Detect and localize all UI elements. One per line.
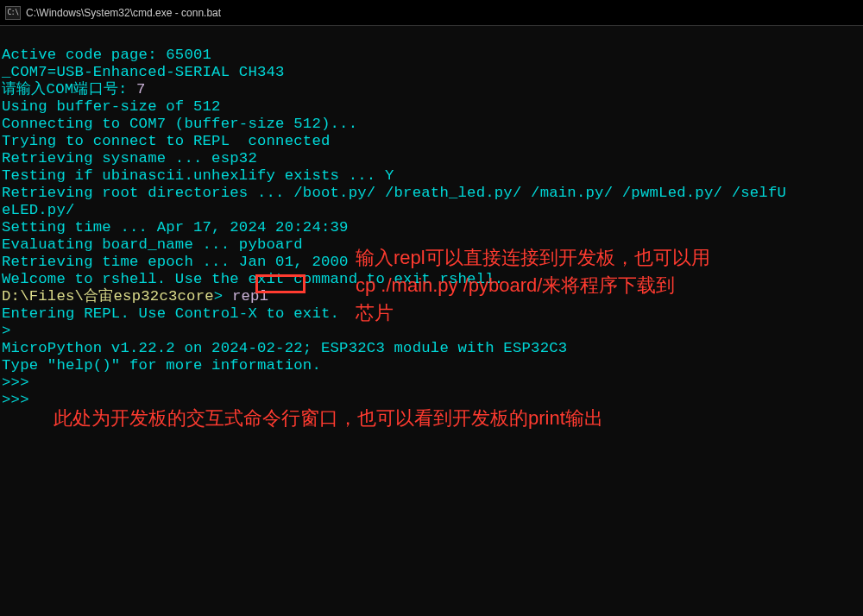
terminal-output: Active code page: 65001 _COM7=USB-Enhanc… [0,26,863,412]
cmd-icon: C:\ [5,6,21,20]
line: Entering REPL. Use Control-X to exit. [2,305,339,322]
line: Connecting to COM7 (buffer-size 512)... [2,116,357,132]
user-command: repl [232,288,268,305]
line: Retrieving time epoch ... Jan 01, 2000 [2,254,349,270]
line: Using buffer-size of 512 [2,98,221,115]
line: Setting time ... Apr 17, 2024 20:24:39 [2,219,349,236]
line: Active code page: 65001 [2,47,211,63]
prompt-gt: > [214,288,232,305]
annotation-line: 输入repl可以直接连接到开发板，也可以用 [356,245,710,271]
line: eLED.py/ [2,202,75,218]
user-input: 7 [136,81,146,97]
window-titlebar[interactable]: C:\ C:\Windows\System32\cmd.exe - conn.b… [0,0,863,26]
line: _COM7=USB-Enhanced-SERIAL CH343 [2,64,285,80]
repl-prompt: >>> [2,392,29,408]
line: MicroPython v1.22.2 on 2024-02-22; ESP32… [2,340,567,356]
line: 请输入COM端口号: [2,81,136,97]
repl-prompt: >>> [2,374,29,391]
line: Trying to connect to REPL connected [2,133,331,149]
line: Testing if ubinascii.unhexlify exists ..… [2,167,394,184]
annotation-line: 芯片 [356,300,394,326]
line: > [2,323,11,339]
terminal-area[interactable]: Active code page: 65001 _COM7=USB-Enhanc… [0,26,863,412]
prompt-path: D:\Files\合宙esp32c3core [2,288,214,305]
line: Type "help()" for more information. [2,357,321,374]
line: Retrieving sysname ... esp32 [2,150,257,167]
line: Evaluating board_name ... pyboard [2,236,303,253]
window-title: C:\Windows\System32\cmd.exe - conn.bat [26,7,221,19]
line: Retrieving root directories ... /boot.py… [2,185,786,201]
annotation-line: 此处为开发板的交互式命令行窗口，也可以看到开发板的print输出 [54,405,603,431]
annotation-line: cp ./main.py /pyboard/来将程序下载到 [356,273,675,299]
